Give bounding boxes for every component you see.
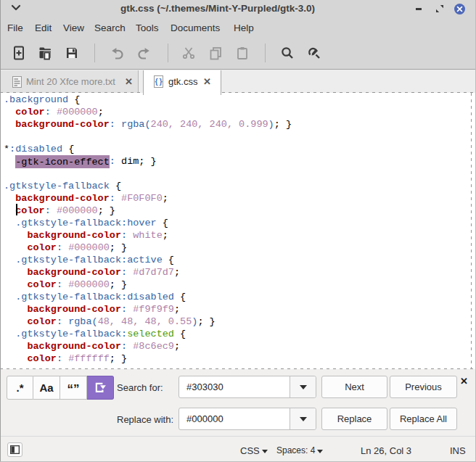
svg-text:}: }	[160, 77, 163, 86]
svg-text:{: {	[155, 77, 158, 86]
